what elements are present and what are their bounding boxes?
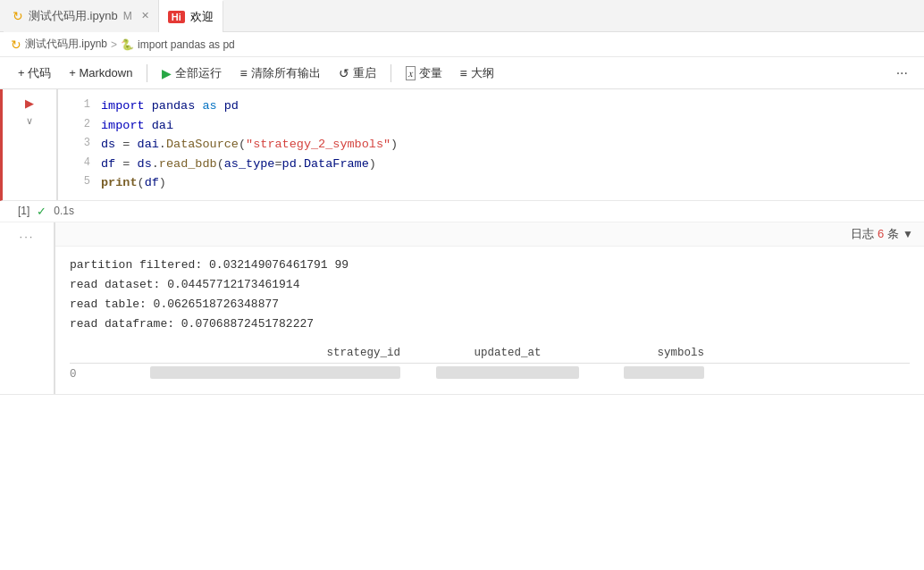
- blurred-strategy-id: [150, 366, 400, 379]
- code-line-3: 3 ds = dai.DataSource("strategy_2_symbol…: [65, 135, 924, 155]
- restart-label: 重启: [353, 65, 376, 81]
- tab-notebook-label: 测试代码用.ipynb: [29, 8, 118, 24]
- line-number-1: 1: [65, 96, 90, 116]
- breadcrumb: ↻ 测试代码用.ipynb > 🐍 import pandas as pd: [0, 32, 924, 57]
- col-header-updated-at: updated_at: [418, 347, 597, 359]
- blurred-symbols: [624, 366, 704, 379]
- line-number-4: 4: [65, 155, 90, 174]
- outline-icon: ≡: [460, 66, 467, 80]
- variables-button[interactable]: 𝑥 变量: [399, 62, 449, 85]
- tab-welcome-label: 欢迎: [190, 9, 214, 25]
- code-content-3: ds = dai.DataSource("strategy_2_symbols"…: [101, 135, 398, 155]
- output-table: strategy_id updated_at symbols 0: [55, 343, 924, 394]
- log-expand-icon[interactable]: ▼: [903, 228, 913, 240]
- log-line-4: read dataframe: 0.07068872451782227: [70, 314, 910, 334]
- run-all-button[interactable]: ▶ 全部运行: [155, 62, 229, 85]
- output-log: partition filtered: 0.032149076461791 99…: [55, 247, 924, 343]
- add-code-label: + 代码: [18, 65, 51, 81]
- log-unit: 条: [887, 226, 899, 242]
- execution-time: 0.1s: [54, 205, 74, 217]
- row-updated-at: [418, 366, 597, 382]
- output-gutter: ···: [0, 222, 54, 394]
- log-label: 日志: [851, 226, 874, 242]
- row-symbols: [597, 366, 704, 382]
- restart-button[interactable]: ↺ 重启: [332, 62, 383, 85]
- more-button[interactable]: ···: [891, 62, 913, 85]
- tab-notebook[interactable]: ↻ 测试代码用.ipynb M ✕: [4, 0, 159, 32]
- clear-output-icon: ≡: [239, 66, 247, 80]
- line-number-2: 2: [65, 116, 90, 136]
- outline-button[interactable]: ≡ 大纲: [453, 62, 501, 85]
- col-header-symbols: symbols: [597, 347, 704, 359]
- main-content: ▶ ∨ 1 import pandas as pd 2 import dai 3…: [0, 89, 924, 570]
- tab-modified-indicator: M: [123, 10, 132, 22]
- log-line-1: partition filtered: 0.032149076461791 99: [70, 256, 910, 275]
- code-line-4: 4 df = ds.read_bdb(as_type=pd.DataFrame): [65, 155, 924, 174]
- cell-collapse-icon[interactable]: ∨: [26, 115, 33, 127]
- variables-icon: 𝑥: [406, 66, 416, 80]
- tab-close-icon[interactable]: ✕: [141, 10, 149, 21]
- toolbar: + 代码 + Markdown ▶ 全部运行 ≡ 清除所有输出 ↺ 重启 𝑥 变…: [0, 57, 924, 89]
- line-number-5: 5: [65, 173, 90, 193]
- hi-icon: Hi: [168, 11, 185, 23]
- python-icon: 🐍: [121, 38, 134, 51]
- code-content-5: print(df): [101, 173, 166, 193]
- output-area: 日志 6 条 ▼ partition filtered: 0.032149076…: [54, 222, 924, 394]
- log-line-3: read table: 0.0626518726348877: [70, 295, 910, 314]
- cell-run-button[interactable]: ▶: [25, 96, 34, 110]
- restart-icon: ↺: [339, 66, 349, 80]
- col-header-idx: [70, 347, 97, 359]
- execution-check-icon: ✓: [37, 205, 46, 218]
- code-content-4: df = ds.read_bdb(as_type=pd.DataFrame): [101, 155, 376, 174]
- blurred-updated-at: [436, 366, 579, 379]
- code-editor[interactable]: 1 import pandas as pd 2 import dai 3 ds …: [56, 89, 924, 200]
- code-content-1: import pandas as pd: [101, 96, 239, 116]
- breadcrumb-file[interactable]: 测试代码用.ipynb: [25, 37, 107, 52]
- log-count: 6: [878, 227, 884, 240]
- breadcrumb-spin-icon: ↻: [11, 38, 21, 52]
- toolbar-separator-1: [147, 64, 147, 82]
- output-dots: ···: [20, 230, 35, 243]
- toolbar-separator-2: [391, 64, 391, 82]
- breadcrumb-code: import pandas as pd: [138, 38, 235, 51]
- table-header-row: strategy_id updated_at symbols: [70, 343, 910, 364]
- row-strategy-id: [97, 366, 418, 382]
- tab-welcome[interactable]: Hi 欢迎: [159, 0, 223, 32]
- code-line-5: 5 print(df): [65, 173, 924, 193]
- run-all-icon: ▶: [162, 66, 172, 80]
- code-line-2: 2 import dai: [65, 116, 924, 136]
- tab-bar: ↻ 测试代码用.ipynb M ✕ Hi 欢迎: [0, 0, 924, 32]
- line-number-3: 3: [65, 135, 90, 155]
- spin-icon: ↻: [13, 9, 23, 23]
- execution-result-row: [1] ✓ 0.1s: [0, 201, 924, 222]
- code-line-1: 1 import pandas as pd: [65, 96, 924, 116]
- add-markdown-label: + Markdown: [69, 66, 132, 80]
- variables-label: 变量: [419, 65, 442, 81]
- clear-output-label: 清除所有输出: [251, 65, 321, 81]
- cell-gutter: ▶ ∨: [3, 89, 56, 200]
- code-cell: ▶ ∨ 1 import pandas as pd 2 import dai 3…: [0, 89, 924, 201]
- run-all-label: 全部运行: [175, 65, 222, 81]
- execution-count: [1]: [18, 205, 29, 217]
- add-code-button[interactable]: + 代码: [11, 62, 58, 85]
- output-header: 日志 6 条 ▼: [55, 222, 924, 247]
- table-row: 0: [70, 364, 910, 385]
- breadcrumb-separator: >: [111, 38, 117, 51]
- outline-label: 大纲: [471, 65, 494, 81]
- code-content-2: import dai: [101, 116, 173, 136]
- row-index-0: 0: [70, 368, 97, 381]
- output-cell: ··· 日志 6 条 ▼ partition filtered: 0.03214…: [0, 222, 924, 395]
- log-line-2: read dataset: 0.04457712173461914: [70, 275, 910, 295]
- add-markdown-button[interactable]: + Markdown: [62, 63, 139, 83]
- clear-output-button[interactable]: ≡ 清除所有输出: [232, 62, 327, 85]
- col-header-strategy-id: strategy_id: [97, 347, 418, 359]
